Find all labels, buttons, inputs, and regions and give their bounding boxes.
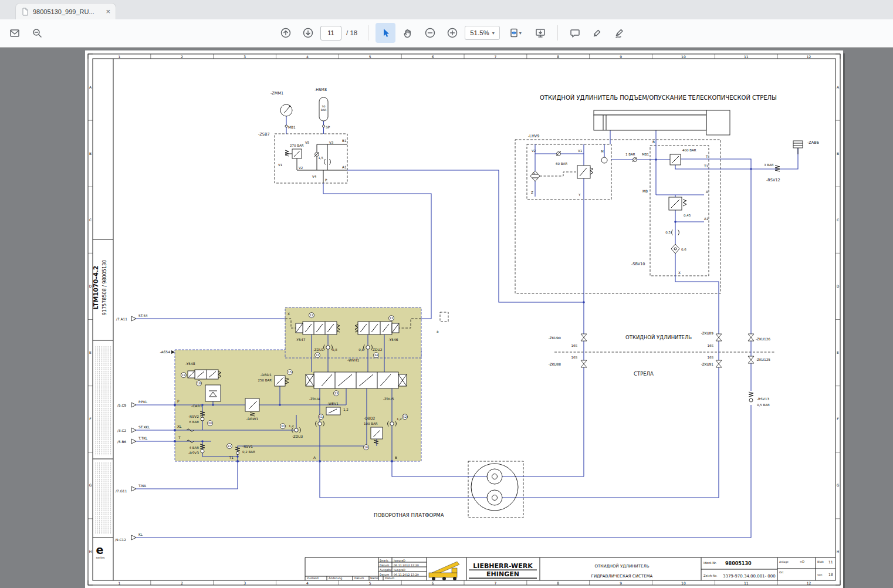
tab-close-icon[interactable]: × [106,8,110,15]
label-y548: -Y548 [185,361,195,366]
tb-title-ru2: ГИДРАВЛИЧЕСКАЯ СИСТЕМА [591,574,653,579]
port-mb1: MB1 [288,126,296,129]
tb-liebherr2: EHINGEN [486,570,519,578]
label-zku89: -ZKU89 [701,332,714,335]
grid-col-bottom-3: 3 [243,581,246,585]
tb-title-ru1: ОТКИДНОЙ УДЛИНИТЕЛЬ [594,563,649,569]
grid-col-bottom-10: 10 [681,581,686,585]
block-x: X [287,312,290,316]
label-zku88: -ZKU88 [549,363,561,366]
tb-ident-label: Ident-Nr. [703,561,717,565]
grid-col-bottom-11: 11 [744,581,749,585]
rsv2-6bar: 6 BAR [189,420,199,424]
grid-col-bottom-8: 8 [557,581,559,585]
label-zdu1: -ZDU1 [313,348,324,352]
zsb7-b1: B1 [342,139,347,143]
label-drw1: -DRW1 [246,417,259,421]
zoom-in-button[interactable] [442,23,462,43]
zoom-search-button[interactable] [27,23,47,43]
zku90-16s: 16S [571,344,578,347]
label-zsb7: -ZSB7 [258,132,270,137]
tb-datum3: Datum [354,577,364,580]
zsb7-15: 1,5 [318,156,323,160]
highlight-button[interactable] [587,23,607,43]
port-mb1b: MB1 [642,153,649,156]
grid-row-right-C: C [837,218,839,222]
label-y547: -Y547 [296,337,306,342]
num-52: 52 [403,415,407,418]
document-tab[interactable]: 98005130_999_RU... × [15,3,116,19]
grid-col-bottom-2: 2 [181,581,183,585]
tb-von-value: 18 [828,572,833,576]
port-sp: SP [326,126,330,129]
label-hsm8: -HSM8 [314,87,327,92]
port-t1: T1 [703,164,709,168]
zsb7-v2: V2 [299,166,303,170]
comment-button[interactable] [565,23,585,43]
port-t1b: T1 [229,455,234,459]
grid-row-right-B: B [837,151,839,156]
next-page-button[interactable] [298,23,318,43]
drawing-title: ОТКИДНОЙ УДЛИНИТЕЛЬ ПОДЪЕМ/ОПУСКАНИЕ ТЕЛ… [540,94,777,101]
grid-col-top-2: 2 [181,55,183,59]
grid-col-bottom-7: 7 [495,581,497,585]
zsb7-270bar: 270 BAR [290,144,304,147]
toolbar-separator [368,25,368,40]
grid-col-top-5: 5 [369,55,371,59]
grid-row-left-B: B [89,151,92,156]
tb-ausgabe-label: Ausgabe [380,569,392,572]
wev1-12: 1,2 [343,408,349,411]
page-number-input[interactable] [320,26,341,40]
grid-col-bottom-9: 9 [620,581,622,585]
chevron-down-icon: ▾ [519,31,522,36]
email-button[interactable] [5,23,25,43]
label-zdu4: -ZDU4 [309,397,320,401]
zsb7-v4: V4 [312,175,317,178]
envelope-icon [9,28,20,38]
label-sbv10: -SBV10 [631,262,645,266]
num-16: 16 [364,445,368,449]
zsb7-v3: V3 [329,141,334,144]
presentation-button[interactable] [530,23,550,43]
label-zdu2: -ZDU2 [371,348,383,352]
hand-tool-button[interactable] [398,23,418,43]
zku91-16s: 16S [708,356,714,359]
signature-button[interactable] [610,23,630,43]
ref-7g11: /7.G11 [116,489,127,493]
label-wvh1: -WVH1 [347,358,359,362]
lhv9-m: M [601,150,604,153]
select-tool-button[interactable] [376,23,395,43]
label-rsv13: -RSV13 [757,397,769,401]
grid-row-left-E: E [89,350,92,354]
label-rsv3: -RSV3 [188,451,199,455]
hsm8-value-bar: BAR [321,109,327,111]
label-lhv9: -LHV9 [528,134,539,138]
zoom-level-select[interactable]: 51.5% ▾ [465,26,500,40]
rsv13-05bar: 0,5 BAR [757,403,770,407]
label-1bar: 1 BAR [625,153,635,156]
tb-blatt-value: 11 [828,560,833,564]
previous-page-button[interactable] [276,23,296,43]
fit-page-button[interactable]: ▾ [502,23,528,43]
tb-datum2-value: 06.11.2012 13:20 [394,573,419,576]
port-mb: MB [642,190,648,193]
zsb7-p: P. [325,178,328,182]
toolbar: / 18 5 [0,19,893,48]
tb-datum4: Datum [385,577,395,580]
label-zku91: -ZKU91 [701,363,714,366]
grid-col-top-7: 7 [495,55,497,59]
conn-ttkl: T.TKL [138,437,148,440]
zoom-out-button[interactable] [420,23,440,43]
port-xl: XL [177,424,182,428]
arrow-down-circle-icon [303,28,313,38]
grid-col-top-11: 11 [744,55,749,59]
fit-page-icon [509,28,519,38]
label-dbd2: -DBD2 [364,416,376,420]
grid-row-right-G: G [837,483,840,487]
num-22: 22 [228,444,231,448]
sbv10-x: X [678,271,681,275]
num-13: 13 [390,316,393,320]
minus-circle-icon [425,28,435,38]
dbd1-250bar: 250 BAR [258,379,272,382]
monitor-arrow-icon [535,28,546,38]
